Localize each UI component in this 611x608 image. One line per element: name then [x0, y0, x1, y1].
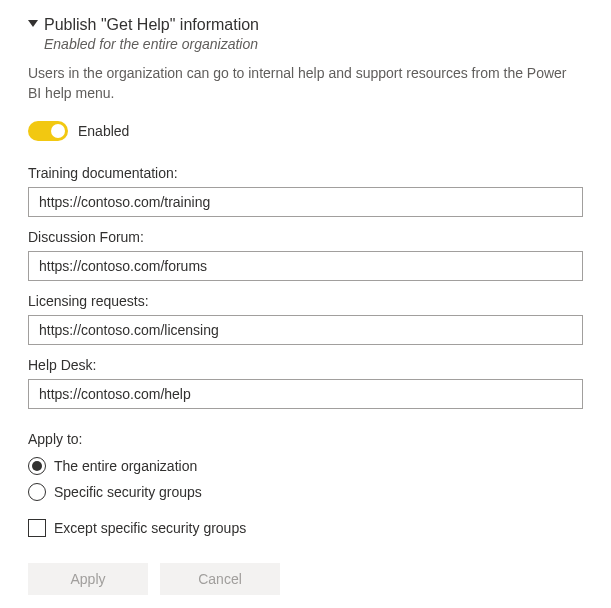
enabled-toggle-label: Enabled	[78, 123, 129, 139]
apply-button[interactable]: Apply	[28, 563, 148, 595]
section-subtitle: Enabled for the entire organization	[44, 36, 583, 52]
svg-marker-0	[28, 20, 38, 27]
apply-to-label: Apply to:	[28, 431, 583, 447]
training-label: Training documentation:	[28, 165, 583, 181]
section-description: Users in the organization can go to inte…	[28, 64, 583, 103]
checkbox-except-groups[interactable]	[28, 519, 46, 537]
licensing-input[interactable]	[28, 315, 583, 345]
collapse-icon[interactable]	[28, 20, 38, 30]
forum-input[interactable]	[28, 251, 583, 281]
forum-label: Discussion Forum:	[28, 229, 583, 245]
cancel-button[interactable]: Cancel	[160, 563, 280, 595]
radio-entire-organization-label: The entire organization	[54, 458, 197, 474]
radio-specific-groups-label: Specific security groups	[54, 484, 202, 500]
helpdesk-input[interactable]	[28, 379, 583, 409]
radio-specific-groups[interactable]	[28, 483, 46, 501]
radio-entire-organization[interactable]	[28, 457, 46, 475]
enabled-toggle[interactable]	[28, 121, 68, 141]
checkbox-except-groups-label: Except specific security groups	[54, 520, 246, 536]
helpdesk-label: Help Desk:	[28, 357, 583, 373]
training-input[interactable]	[28, 187, 583, 217]
section-title: Publish "Get Help" information	[44, 16, 259, 34]
licensing-label: Licensing requests:	[28, 293, 583, 309]
